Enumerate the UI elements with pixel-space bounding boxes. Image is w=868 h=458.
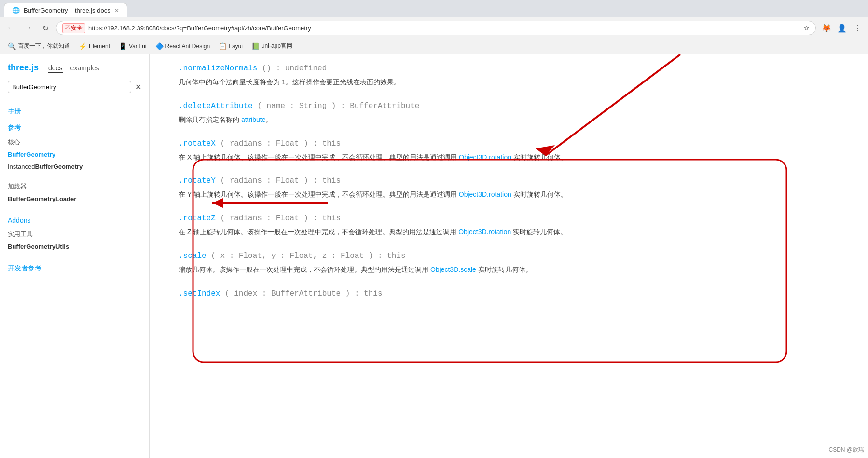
method-rotateX: .rotateX ( radians : Float ) : this 在 X … [179, 139, 849, 163]
tab-close-button[interactable]: ✕ [114, 7, 119, 14]
site-nav: docs examples [48, 64, 99, 73]
bookmark-star-icon[interactable]: ☆ [804, 25, 810, 32]
vantui-icon: 📱 [119, 42, 127, 50]
bookmarks-bar: 🔍 百度一下，你就知道 ⚡ Element 📱 Vant ui 🔷 React … [0, 39, 868, 54]
sidebar-item-buffergeometry[interactable]: BufferGeometry [0, 148, 149, 161]
sidebar-header: three.js docs examples [0, 54, 149, 77]
method-rotateZ: .rotateZ ( radians : Float ) : this 在 Z … [179, 214, 849, 238]
object3d-rotation-link-x[interactable]: Object3D.rotation [459, 153, 511, 161]
method-rotateX-desc: 在 X 轴上旋转几何体。该操作一般在一次处理中完成，不会循环处理。典型的用法是通… [179, 152, 849, 163]
object3d-rotation-link-y[interactable]: Object3D.rotation [459, 190, 511, 198]
tab-title: BufferGeometry – three.js docs [24, 7, 110, 14]
extensions-button[interactable]: 🦊 [820, 21, 833, 35]
method-deleteAttribute-desc: 删除具有指定名称的 attribute。 [179, 114, 849, 126]
bookmark-layui[interactable]: 📋 Layui [215, 41, 247, 52]
method-rotateZ-desc: 在 Z 轴上旋转几何体。该操作一般在一次处理中完成，不会循环处理。典型的用法是通… [179, 227, 849, 238]
section-reference: 参考 [0, 118, 149, 134]
object3d-scale-link[interactable]: Object3D.scale [430, 266, 476, 273]
method-normalizeNormals: .normalizeNormals () : undefined 几何体中的每个… [179, 64, 849, 88]
sidebar-item-buffergeometryutils[interactable]: BufferGeometryUtils [0, 241, 149, 253]
method-rotateY: .rotateY ( radians : Float ) : this 在 Y … [179, 176, 849, 201]
browser-tabs: 🌐 BufferGeometry – three.js docs ✕ [0, 0, 868, 17]
forward-button[interactable]: → [21, 21, 35, 35]
method-rotateX-link[interactable]: .rotateX [179, 139, 216, 148]
bookmark-vantui-label: Vant ui [129, 43, 146, 50]
search-bar: ✕ [0, 77, 149, 97]
url-display: https://192.168.2.39:8080/docs/?q=Buffer… [88, 25, 801, 32]
nav-docs[interactable]: docs [48, 64, 63, 73]
method-rotateY-link[interactable]: .rotateY [179, 176, 216, 185]
bookmark-react-ant-label: React Ant Design [165, 43, 210, 50]
toolbar-actions: 🦊 👤 ⋮ [820, 21, 864, 35]
method-deleteAttribute: .deleteAttribute ( name : String ) : Buf… [179, 102, 849, 126]
bookmark-react-ant[interactable]: 🔷 React Ant Design [152, 41, 214, 52]
method-normalizeNormals-desc: 几何体中的每个法向量长度将会为 1。这样操作会更正光线在表面的效果。 [179, 77, 849, 88]
active-tab[interactable]: 🌐 BufferGeometry – three.js docs ✕ [4, 3, 127, 17]
uniapp-icon: 📗 [251, 42, 260, 50]
method-rotateZ-link[interactable]: .rotateZ [179, 214, 216, 223]
address-bar[interactable]: 不安全 https://192.168.2.39:8080/docs/?q=Bu… [56, 21, 816, 35]
section-devref[interactable]: 开发者参考 [0, 258, 149, 275]
bookmark-element[interactable]: ⚡ Element [75, 41, 114, 52]
search-close-icon[interactable]: ✕ [135, 82, 141, 92]
section-utils: 实用工具 [0, 226, 149, 241]
sidebar-item-buffergeometryloader[interactable]: BufferGeometryLoader [0, 193, 149, 205]
method-scale-signature: .scale ( x : Float, y : Float, z : Float… [179, 252, 849, 260]
bookmark-baidu[interactable]: 🔍 百度一下，你就知道 [4, 40, 74, 52]
section-manual: 手册 [0, 101, 149, 118]
method-scale: .scale ( x : Float, y : Float, z : Float… [179, 252, 849, 276]
bookmark-vantui[interactable]: 📱 Vant ui [115, 41, 150, 52]
sidebar: three.js docs examples ✕ 手册 参考 核心 Buffer… [0, 54, 150, 458]
method-deleteAttribute-signature: .deleteAttribute ( name : String ) : Buf… [179, 102, 849, 110]
account-button[interactable]: 👤 [835, 21, 849, 35]
bookmark-layui-label: Layui [229, 43, 243, 50]
browser-chrome: 🌐 BufferGeometry – three.js docs ✕ ← → ↻… [0, 0, 868, 54]
method-rotateY-desc: 在 Y 轴上旋转几何体。该操作一般在一次处理中完成，不会循环处理。典型的用法是通… [179, 189, 849, 201]
section-loaders: 加载器 [0, 178, 149, 193]
method-scale-desc: 缩放几何体。该操作一般在一次处理中完成，不会循环处理。典型的用法是通过调用 Ob… [179, 264, 849, 276]
section-addons[interactable]: Addons [0, 211, 149, 226]
object3d-rotation-link-z[interactable]: Object3D.rotation [458, 228, 511, 236]
reload-button[interactable]: ↻ [39, 21, 52, 35]
bookmark-uniapp[interactable]: 📗 uni-app官网 [248, 40, 296, 52]
method-normalizeNormals-link[interactable]: .normalizeNormals [179, 64, 257, 73]
sidebar-content: 手册 参考 核心 BufferGeometry InstancedBufferG… [0, 97, 149, 279]
browser-toolbar: ← → ↻ 不安全 https://192.168.2.39:8080/docs… [0, 17, 868, 39]
back-button[interactable]: ← [4, 21, 17, 35]
csdn-badge: CSDN @欣瑶 [828, 446, 864, 454]
sidebar-item-instancedbuffergeometry[interactable]: InstancedBufferGeometry [0, 161, 149, 173]
section-core: 核心 [0, 134, 149, 148]
bookmark-uniapp-label: uni-app官网 [262, 42, 292, 50]
method-scale-link[interactable]: .scale [179, 252, 207, 260]
method-setIndex-link[interactable]: .setIndex [179, 289, 220, 298]
menu-button[interactable]: ⋮ [851, 21, 864, 35]
bookmark-element-label: Element [89, 43, 110, 50]
page-layout: three.js docs examples ✕ 手册 参考 核心 Buffer… [0, 54, 868, 458]
baidu-icon: 🔍 [8, 42, 16, 50]
attribute-link[interactable]: attribute [241, 116, 266, 123]
search-input[interactable] [8, 81, 131, 93]
method-rotateZ-signature: .rotateZ ( radians : Float ) : this [179, 214, 849, 223]
site-title[interactable]: three.js [8, 63, 39, 73]
main-content: .normalizeNormals () : undefined 几何体中的每个… [150, 54, 868, 458]
tab-favicon: 🌐 [12, 7, 20, 14]
element-icon: ⚡ [79, 42, 87, 50]
method-setIndex: .setIndex ( index : BufferAttribute ) : … [179, 289, 849, 298]
bookmark-baidu-label: 百度一下，你就知道 [18, 42, 70, 50]
react-ant-icon: 🔷 [155, 42, 164, 50]
method-rotateX-signature: .rotateX ( radians : Float ) : this [179, 139, 849, 148]
layui-icon: 📋 [219, 42, 227, 50]
method-setIndex-signature: .setIndex ( index : BufferAttribute ) : … [179, 289, 849, 298]
method-normalizeNormals-signature: .normalizeNormals () : undefined [179, 64, 849, 73]
insecure-badge: 不安全 [62, 23, 85, 33]
nav-examples[interactable]: examples [70, 64, 99, 73]
method-deleteAttribute-link[interactable]: .deleteAttribute [179, 102, 253, 110]
method-rotateY-signature: .rotateY ( radians : Float ) : this [179, 176, 849, 185]
